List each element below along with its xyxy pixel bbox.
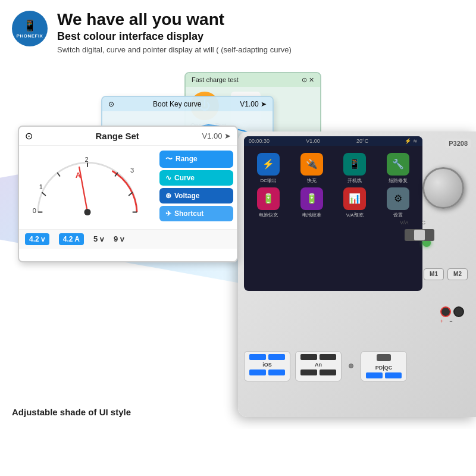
- pdqc-label: PD|QC: [375, 365, 393, 371]
- svg-text:A: A: [76, 171, 81, 180]
- app-dc-icon: ⚡: [257, 153, 280, 176]
- app-grid: ⚡ DC输出 🔌 快充 📱 开机线 🔧 短路修复 🔋 电池快充: [244, 148, 422, 223]
- curve-label: Curve: [174, 174, 195, 182]
- meter-area: 0 1 2 3 A 〜 Range: [19, 146, 237, 229]
- meter-buttons: 〜 Range ∿ Curve ⊛ Voltage ✈ Shortcut: [156, 146, 237, 229]
- center-dot: [349, 364, 353, 368]
- android-port-1: [300, 354, 317, 360]
- curve-button[interactable]: ∿ Curve: [159, 170, 233, 186]
- bottom-text: Adjustable shade of UI style: [12, 407, 131, 417]
- shortcut-icon: ✈: [165, 209, 171, 218]
- usbc-port: [377, 354, 391, 361]
- pdqc-port-1: [366, 372, 383, 378]
- meter-gauge: 0 1 2 3 A: [19, 146, 156, 229]
- jack-negative: [453, 306, 464, 317]
- va-label: V/A: [400, 220, 408, 226]
- voltage-button[interactable]: ⊛ Voltage: [159, 188, 233, 203]
- svg-line-1: [42, 192, 45, 196]
- curve-screen-header: ⊙ Boot Key curve V1.00 ➤: [102, 97, 273, 111]
- m2-button[interactable]: M2: [447, 268, 468, 280]
- ios-ports-row-2: [249, 369, 285, 375]
- status-version: V1.00: [306, 138, 320, 144]
- curve-screen-version: V1.00 ➤: [240, 100, 267, 108]
- analog-header: ⊙ Range Set V1.00 ➤: [19, 127, 237, 146]
- slide-switch[interactable]: [405, 229, 434, 241]
- pdqc-port-group: PD|QC: [361, 351, 407, 381]
- voltage-value: 4.2 v: [25, 233, 49, 245]
- app-va-preview-label: V/A预览: [346, 212, 364, 218]
- app-fast-charge[interactable]: 🔌 快充: [292, 153, 332, 184]
- app-fast-charge-icon: 🔌: [300, 153, 323, 176]
- jack-minus-label: −: [449, 318, 452, 324]
- app-va-preview[interactable]: 📊 V/A预览: [335, 187, 375, 218]
- range-button[interactable]: 〜 Range: [159, 151, 233, 168]
- meter-values: 4.2 v 4.2 A 5 v 9 v: [19, 229, 237, 249]
- brand-name: PHONEFIX: [17, 33, 43, 39]
- ios-port-1: [249, 354, 266, 360]
- android-port-group: An: [295, 351, 342, 381]
- header-section: 📱 PHONEFIX We have all you want Best col…: [0, 0, 476, 60]
- curve-dot-icon: ⊙: [108, 100, 114, 108]
- device-knob[interactable]: [422, 167, 464, 209]
- android-label: An: [315, 362, 322, 368]
- header-text: We have all you want Best colour interfa…: [57, 11, 292, 54]
- app-battery-fast-label: 电池快充: [259, 212, 278, 218]
- aux-jacks: [440, 306, 464, 317]
- aux-jacks-area: + −: [440, 304, 464, 324]
- android-ports-row-2: [300, 369, 336, 375]
- fast-screen-title: Fast charge test: [192, 76, 239, 84]
- device-status-bar: 00:00:30 V1.00 20°C ⚡ ≋: [244, 136, 422, 146]
- app-dc[interactable]: ⚡ DC输出: [249, 153, 289, 184]
- app-boot-label: 开机线: [347, 177, 362, 184]
- jack-labels: + −: [440, 318, 464, 324]
- app-dc-label: DC输出: [260, 177, 277, 184]
- subtitle: Best colour interface display: [57, 30, 292, 43]
- android-port-2: [320, 354, 336, 360]
- android-port-4: [320, 369, 336, 375]
- jack-plus-label: +: [440, 318, 443, 324]
- m1-button[interactable]: M1: [424, 268, 444, 280]
- va-label-area: V/A C: [400, 220, 425, 226]
- curve-screen-title: Boot Key curve: [153, 100, 201, 108]
- app-short-repair[interactable]: 🔧 短路修复: [378, 153, 418, 184]
- center-indicator: [346, 351, 356, 381]
- android-port-3: [300, 369, 317, 375]
- app-settings[interactable]: ⚙ 设置: [378, 187, 418, 218]
- analog-title: Range Set: [96, 131, 139, 141]
- voltage-label: Voltage: [174, 192, 199, 200]
- logo-icon: 📱: [23, 19, 36, 32]
- ios-label: iOS: [262, 362, 272, 368]
- ios-port-3: [249, 369, 266, 375]
- pdqc-ports-row: [366, 372, 402, 378]
- slide-knob: [414, 230, 425, 240]
- main-content: Fast charge test ⊙ ✕ ⏻ One Key Test ⊙ Bo…: [0, 60, 476, 429]
- svg-text:3: 3: [130, 167, 134, 174]
- device-screen: 00:00:30 V1.00 20°C ⚡ ≋ ⚡ DC输出 🔌 快充 📱 开机…: [244, 136, 422, 291]
- m-buttons-row: M1 M2: [424, 268, 468, 280]
- ios-port-group: iOS: [244, 351, 290, 381]
- jack-positive: [440, 306, 451, 317]
- gauge-svg: 0 1 2 3 A: [25, 152, 150, 223]
- fast-screen-header: Fast charge test ⊙ ✕: [186, 73, 320, 87]
- app-battery-fast-icon: 🔋: [257, 187, 280, 210]
- fast-screen-icon: ⊙ ✕: [302, 76, 314, 84]
- app-settings-label: 设置: [393, 212, 403, 218]
- svg-line-2: [57, 173, 60, 176]
- pdqc-port-2: [385, 372, 402, 378]
- app-battery-cal[interactable]: 🔋 电池校准: [292, 187, 332, 218]
- range-label: Range: [176, 155, 198, 163]
- app-settings-icon: ⚙: [387, 187, 409, 210]
- voltage-5v: 5 v: [93, 234, 104, 243]
- voltage-icon: ⊛: [165, 192, 171, 200]
- app-battery-fast[interactable]: 🔋 电池快充: [249, 187, 289, 218]
- svg-point-12: [84, 209, 90, 215]
- curve-icon: ∿: [165, 174, 171, 182]
- app-boot[interactable]: 📱 开机线: [335, 153, 375, 184]
- m-buttons-area: M1 M2: [424, 268, 468, 280]
- ios-port-2: [268, 354, 285, 360]
- current-value: 4.2 A: [59, 233, 84, 245]
- analog-dot-icon: ⊙: [25, 130, 33, 142]
- shortcut-button[interactable]: ✈ Shortcut: [159, 206, 233, 221]
- app-va-preview-icon: 📊: [343, 187, 366, 210]
- status-time: 00:00:30: [249, 138, 270, 144]
